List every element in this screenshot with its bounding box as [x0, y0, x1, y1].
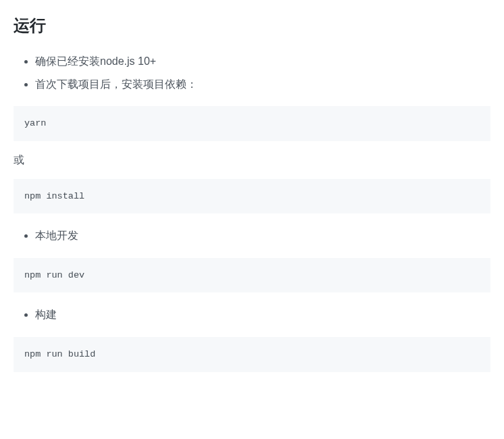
code-block: npm run dev	[14, 258, 490, 293]
list-item: 构建	[35, 303, 490, 326]
list-item: 本地开发	[35, 224, 490, 247]
prerequisites-list: 确保已经安装node.js 10+ 首次下载项目后，安装项目依赖：	[14, 50, 490, 95]
build-list: 构建	[14, 303, 490, 326]
or-text: 或	[14, 152, 490, 168]
list-item: 首次下载项目后，安装项目依赖：	[35, 73, 490, 96]
code-block: npm install	[14, 179, 490, 214]
dev-list: 本地开发	[14, 224, 490, 247]
code-block: yarn	[14, 106, 490, 141]
list-item: 确保已经安装node.js 10+	[35, 50, 490, 73]
section-heading: 运行	[14, 14, 490, 38]
code-block: npm run build	[14, 337, 490, 372]
